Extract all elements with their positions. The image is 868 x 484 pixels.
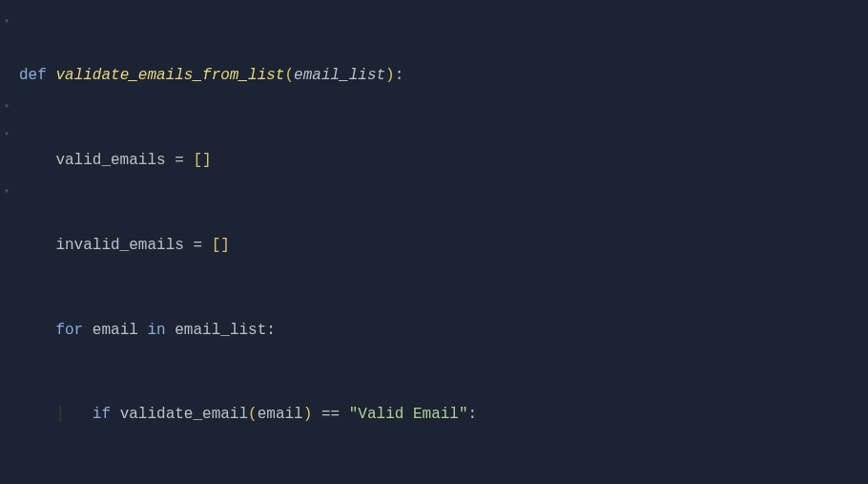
indent [19,237,55,254]
bracket-close: ] [220,237,230,254]
keyword-in: in [147,322,165,339]
fold-toggle[interactable]: ▾ [0,178,13,206]
code-line: │ if validate_email(email) == "Valid Ema… [19,401,868,430]
colon: : [395,67,404,84]
argument: email [258,406,303,423]
fold-toggle[interactable]: ▾ [0,93,13,121]
code-editor[interactable]: ▾ ▾ ▾ ▾ def validate_emails_from_list(em… [0,6,868,484]
code-line: invalid_emails = [] [19,232,868,261]
fold-toggle[interactable]: ▾ [0,120,13,149]
indent: │ [19,406,93,423]
gutter-blank [0,36,13,65]
variable: valid_emails [55,152,165,169]
fold-toggle[interactable]: ▾ [0,8,13,36]
gutter-blank [0,262,13,290]
colon: : [266,322,276,339]
bracket-open: [ [212,237,221,254]
variable: email [93,322,138,339]
gutter-blank [0,375,13,404]
indent [19,322,55,339]
function-call: validate_email [120,406,248,423]
gutter-blank [0,290,13,319]
gutter-blank [0,319,13,347]
gutter: ▾ ▾ ▾ ▾ [0,6,13,484]
gutter-blank [0,64,13,93]
bracket-close: ] [202,152,212,169]
code-line: def validate_emails_from_list(email_list… [19,62,868,91]
paren-close: ) [385,67,395,84]
code-line: valid_emails = [] [19,147,868,176]
paren-open: ( [248,406,258,423]
keyword-def: def [19,67,47,84]
colon: : [468,406,478,423]
paren-open: ( [284,67,294,84]
paren-close: ) [303,406,313,423]
string-literal: "Valid Email" [349,406,468,423]
gutter-blank [0,205,13,234]
function-name: validate_emails_from_list [55,67,284,84]
operator-assign: = [193,237,202,254]
variable: invalid_emails [55,237,183,254]
gutter-blank [0,234,13,263]
keyword-for: for [55,322,83,339]
gutter-blank [0,149,13,178]
code-area[interactable]: def validate_emails_from_list(email_list… [13,6,868,484]
indent [19,152,55,169]
variable: email_list [175,322,266,339]
operator-assign: = [175,152,184,169]
gutter-blank [0,347,13,375]
keyword-if: if [93,406,111,423]
parameter: email_list [294,67,385,84]
bracket-open: [ [193,152,202,169]
code-line: for email in email_list: [19,317,868,346]
operator-eq: == [321,406,340,423]
